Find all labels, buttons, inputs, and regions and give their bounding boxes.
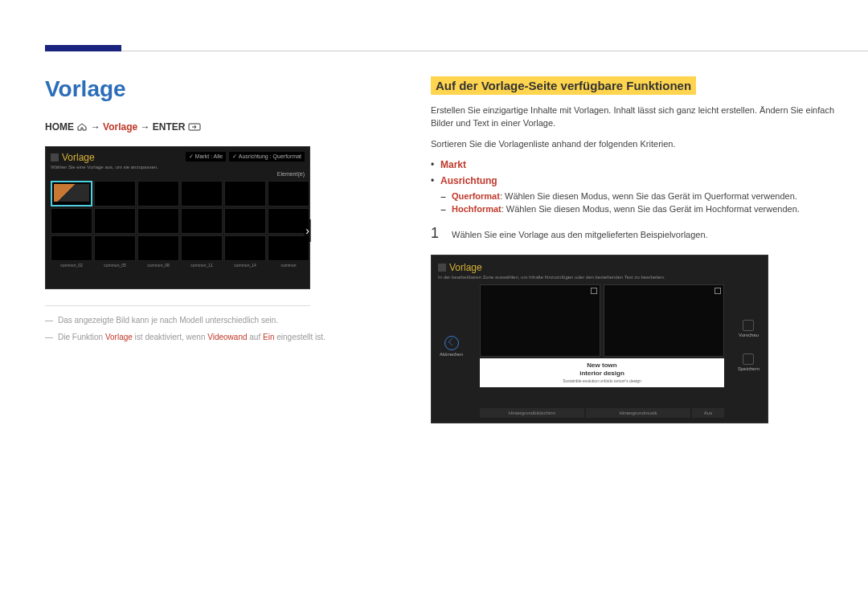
bottom-bar: Hintergrundbildschirm Hintergrundmusik A… [480,408,724,418]
hochformat-text: : Wählen Sie diesen Modus, wenn Sie das … [502,204,800,214]
template-cell[interactable]: common_06 [137,181,179,206]
screenshot1-filters: ✓ Markt : Alle ✓ Ausrichtung : Querforma… [186,152,305,161]
home-icon [76,122,88,133]
preview-label: Vorschau [739,333,759,337]
template-cell[interactable]: common_04 [94,208,136,234]
divider-line [45,305,310,306]
cell-label: common_02 [51,263,92,268]
caption-line1: New town [480,362,724,370]
note2-mid: ist deaktiviert, wenn [133,333,207,341]
template-cell[interactable]: common_02 [51,235,92,261]
cancel-label: Abbrechen [440,352,463,357]
template-cell[interactable]: common_08 [137,235,179,261]
screenshot2-subtitle: In der bearbeitbaren Zone auswählen, um … [438,275,761,280]
template-cell[interactable]: common_12 [224,181,266,206]
criteria-markt: Markt [440,159,836,170]
page-content: Vorlage HOME → Vorlage → ENTER Vorlage W… [45,76,836,423]
hochformat-key: Hochformat [452,204,502,214]
bg-music-button[interactable]: Hintergrundmusik [586,408,690,418]
template-cell[interactable]: common_13 [224,208,266,234]
save-icon [743,353,754,365]
note-dash: ― [45,333,53,341]
filter-ausr-value: Querformat [273,153,301,159]
paragraph-1: Erstellen Sie einzigartige Inhalte mit V… [431,104,836,130]
template-cell[interactable]: common_14 [224,235,266,261]
cell-label: common_05 [95,263,135,268]
template-cell[interactable]: common [268,235,309,261]
note2-pre: Die Funktion [58,333,105,341]
filter-markt[interactable]: ✓ Markt : Alle [186,152,227,161]
bg-music-state[interactable]: Aus [692,408,724,418]
note2-a: Vorlage [105,333,133,341]
filter-markt-value: Alle [214,153,223,159]
header-accent-bar [45,45,121,51]
screenshot1-title: Vorlage [62,152,95,163]
step-text: Wählen Sie eine Vorlage aus den mitgelie… [452,230,708,239]
note2-post: eingestellt ist. [274,333,325,341]
filter-ausrichtung[interactable]: ✓ Ausrichtung : Querformat [229,152,305,161]
markt-label: Markt [440,159,466,170]
template-cell[interactable]: common_05 [94,235,136,261]
step-number: 1 [431,225,439,242]
breadcrumb-arrow1: → [91,121,103,133]
note2-c: Ein [263,333,274,341]
cell-label: common_08 [138,263,178,268]
querformat-text: : Wählen Sie diesen Modus, wenn Sie das … [500,191,797,201]
template-cell-selected[interactable]: Eigene Vorlagen [51,181,92,206]
template-grid: Eigene Vorlagen common_03 common_06 comm… [51,181,309,261]
note-2: ― Die Funktion Vorlage ist deaktiviert, … [45,333,399,341]
header-divider [121,51,868,51]
template-cell[interactable] [268,208,309,234]
template-thumb [54,184,89,202]
template-cell[interactable]: common_10 [181,208,223,234]
sub-hochformat: Hochformat: Wählen Sie diesen Modus, wen… [452,204,836,214]
screenshot1-icon [51,153,59,161]
screenshot2-header: Vorlage [438,262,761,273]
save-button[interactable]: Speichern [738,353,760,371]
elements-count-label: Element(e) [277,171,305,177]
template-cell[interactable]: common_07 [137,208,179,234]
panel-corner-icon [591,288,597,294]
template-cell[interactable]: common_01 [51,208,92,234]
template-list-screenshot: Vorlage Wählen Sie eine Vorlage aus, um … [45,146,310,289]
template-editor-screenshot: Vorlage In der bearbeitbaren Zone auswäh… [431,255,768,423]
sub-querformat: Querformat: Wählen Sie diesen Modus, wen… [452,191,836,201]
caption-line2: interior design [480,370,724,378]
left-column: Vorlage HOME → Vorlage → ENTER Vorlage W… [45,76,399,423]
section-heading: Auf der Vorlage-Seite verfügbare Funktio… [431,76,696,95]
template-cell[interactable]: common_11 [181,235,223,261]
note2-mid2: auf [248,333,263,341]
enter-icon [188,122,201,133]
right-column: Auf der Vorlage-Seite verfügbare Funktio… [431,76,836,423]
preview-button[interactable]: Vorschau [739,320,759,337]
note-1-text: Das angezeigte Bild kann je nach Modell … [58,316,278,325]
editor-panels [480,284,724,357]
page-title: Vorlage [45,76,399,102]
orientation-sublist: Querformat: Wählen Sie diesen Modus, wen… [440,191,836,214]
panel-corner-icon [714,288,721,294]
filter-markt-prefix: Markt [195,153,210,159]
template-cell[interactable] [268,181,309,206]
template-cell[interactable]: common_03 [94,181,136,206]
editor-panel-right[interactable] [604,284,724,357]
cell-label: common_11 [182,263,222,268]
note2-b: Videowand [207,333,247,341]
breadcrumb-arrow2: → [141,121,153,133]
back-icon [444,336,459,350]
preview-icon [743,320,754,331]
screenshot2-icon [438,264,446,272]
caption-box[interactable]: New town interior design Sustainble evol… [480,358,724,387]
filter-ausr-prefix: Ausrichtung [239,153,268,159]
cell-label: common_14 [225,263,265,268]
template-cell[interactable]: common_09 [181,181,223,206]
criteria-ausrichtung: Ausrichtung Querformat: Wählen Sie diese… [440,175,836,214]
next-page-arrow[interactable]: › [304,219,311,242]
breadcrumb-segment: Vorlage [103,121,137,133]
editor-panel-left[interactable] [480,284,600,357]
bg-image-button[interactable]: Hintergrundbildschirm [480,408,584,418]
criteria-list: Markt Ausrichtung Querformat: Wählen Sie… [431,159,836,214]
breadcrumb: HOME → Vorlage → ENTER [45,121,399,133]
querformat-key: Querformat [452,191,500,201]
cancel-button[interactable]: Abbrechen [440,336,463,357]
note-2-text: Die Funktion Vorlage ist deaktiviert, we… [58,333,326,341]
